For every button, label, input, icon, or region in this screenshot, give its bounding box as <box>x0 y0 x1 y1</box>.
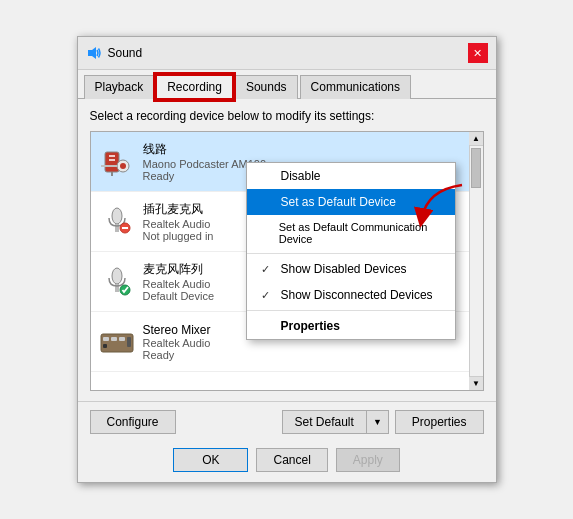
device-icon-3 <box>99 324 135 360</box>
context-label-properties: Properties <box>281 319 340 333</box>
footer-right: Set Default ▼ Properties <box>282 410 484 434</box>
svg-rect-17 <box>111 337 117 341</box>
scroll-thumb[interactable] <box>471 148 481 188</box>
device-icon-2 <box>99 264 135 300</box>
separator-1 <box>247 253 455 254</box>
device-list[interactable]: 线路 Maono Podcaster AM100 Ready <box>90 131 484 391</box>
set-default-arrow[interactable]: ▼ <box>366 410 389 434</box>
context-label-set-comm: Set as Default Communication Device <box>279 221 441 245</box>
ok-button[interactable]: OK <box>173 448 248 472</box>
dialog-title: Sound <box>108 46 143 60</box>
context-label-show-disconnected: Show Disconnected Devices <box>281 288 433 302</box>
tab-recording[interactable]: Recording <box>156 75 233 99</box>
dialog-buttons: OK Cancel Apply <box>78 442 496 482</box>
svg-rect-20 <box>127 337 131 347</box>
context-menu: Disable Set as Default Device Set as Def… <box>246 162 456 340</box>
svg-rect-18 <box>119 337 125 341</box>
tab-bar: Playback Recording Sounds Communications <box>78 70 496 99</box>
title-bar-left: Sound <box>86 45 143 61</box>
check-show-disconnected: ✓ <box>261 289 275 302</box>
context-label-show-disabled: Show Disabled Devices <box>281 262 407 276</box>
tab-playback[interactable]: Playback <box>84 75 155 99</box>
svg-marker-0 <box>88 47 96 59</box>
cancel-button[interactable]: Cancel <box>256 448 327 472</box>
svg-rect-1 <box>105 152 119 172</box>
device-name-0: 线路 <box>143 141 475 158</box>
set-default-button[interactable]: Set Default <box>282 410 366 434</box>
scrollbar[interactable]: ▲ ▼ <box>469 132 483 390</box>
apply-button[interactable]: Apply <box>336 448 400 472</box>
context-label-disable: Disable <box>281 169 321 183</box>
separator-2 <box>247 310 455 311</box>
close-button[interactable]: ✕ <box>468 43 488 63</box>
main-content: Select a recording device below to modif… <box>78 99 496 401</box>
context-item-show-disabled[interactable]: ✓ Show Disabled Devices <box>247 256 455 282</box>
context-item-properties[interactable]: Properties <box>247 313 455 339</box>
svg-point-8 <box>112 208 122 224</box>
scroll-up-button[interactable]: ▲ <box>469 132 483 146</box>
device-icon-1 <box>99 204 135 240</box>
sound-dialog: Sound ✕ Playback Recording Sounds Commun… <box>77 36 497 483</box>
svg-point-12 <box>112 268 122 284</box>
footer-left: Configure <box>90 410 176 434</box>
title-bar: Sound ✕ <box>78 37 496 70</box>
context-item-set-comm[interactable]: Set as Default Communication Device <box>247 215 455 251</box>
device-status-3: Ready <box>143 349 475 361</box>
device-icon-0 <box>99 144 135 180</box>
speaker-icon <box>86 45 102 61</box>
check-show-disabled: ✓ <box>261 263 275 276</box>
instruction-text: Select a recording device below to modif… <box>90 109 484 123</box>
svg-point-6 <box>120 163 126 169</box>
configure-button[interactable]: Configure <box>90 410 176 434</box>
context-item-disable[interactable]: Disable <box>247 163 455 189</box>
footer-buttons: Configure Set Default ▼ Properties <box>78 401 496 442</box>
context-label-set-default: Set as Default Device <box>281 195 396 209</box>
scroll-down-button[interactable]: ▼ <box>469 376 483 390</box>
set-default-split: Set Default ▼ <box>282 410 389 434</box>
tab-communications[interactable]: Communications <box>300 75 411 99</box>
tab-sounds[interactable]: Sounds <box>235 75 298 99</box>
context-item-show-disconnected[interactable]: ✓ Show Disconnected Devices <box>247 282 455 308</box>
context-item-set-default[interactable]: Set as Default Device <box>247 189 455 215</box>
svg-rect-19 <box>103 344 107 348</box>
properties-button[interactable]: Properties <box>395 410 484 434</box>
svg-rect-16 <box>103 337 109 341</box>
